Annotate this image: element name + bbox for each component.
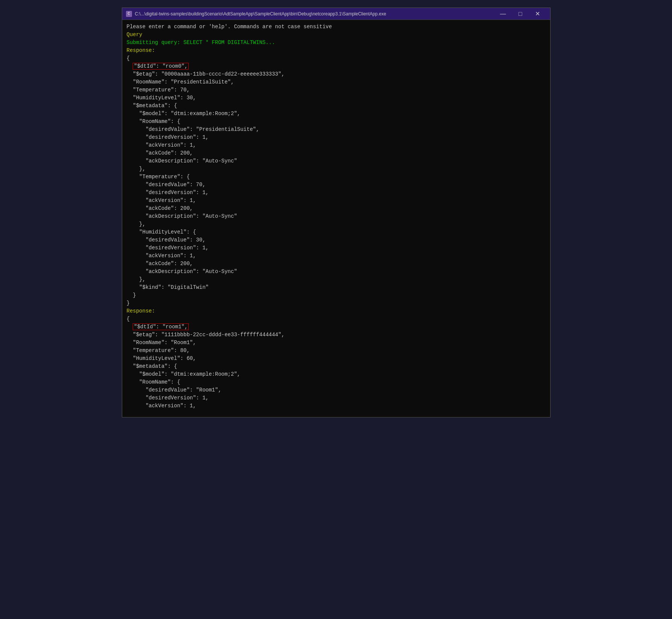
room0-close-humidity: }, [127,276,546,284]
query-label: Query [127,31,546,39]
room0-ack-version-1: "ackVersion": 1, [127,141,546,149]
app-icon: C [126,11,132,17]
room0-ack-desc-1: "ackDescription": "Auto-Sync" [127,157,546,165]
room1-ack-version-1: "ackVersion": 1, [127,402,546,410]
room0-desired-value-1: "desiredValue": "PresidentialSuite", [127,126,546,134]
room0-ack-code-1: "ackCode": 200, [127,149,546,157]
room1-roomname: "RoomName": "Room1", [127,339,546,347]
response-label-1: Response: [127,47,546,55]
room1-temperature: "Temperature": 80, [127,347,546,355]
response-label-2: Response: [127,307,546,315]
intro-line: Please enter a command or 'help'. Comman… [127,23,546,31]
room0-humidity-open: "HumidityLevel": { [127,228,546,236]
console-window: C C:\...\digital-twins-samples\buildingS… [122,8,551,417]
room0-desired-version-2: "desiredVersion": 1, [127,189,546,197]
room0-ack-desc-3: "ackDescription": "Auto-Sync" [127,268,546,276]
room0-humidity: "HumidityLevel": 30, [127,94,546,102]
maximize-button[interactable]: □ [512,8,529,20]
room0-dtid: "$dtId": "room0", [127,62,546,70]
room0-metadata-open: "$metadata": { [127,102,546,110]
room1-metadata-open: "$metadata": { [127,363,546,370]
room0-desired-version-3: "desiredVersion": 1, [127,244,546,252]
room0-ack-version-2: "ackVersion": 1, [127,197,546,205]
room1-desired-value-1: "desiredValue": "Room1", [127,386,546,394]
window-title: C:\...\digital-twins-samples\buildingSce… [135,11,386,17]
room0-close-temperature: }, [127,220,546,228]
room0-etag: "$etag": "0000aaaa-11bb-cccc-dd22-eeeeee… [127,70,546,78]
room0-desired-value-2: "desiredValue": 70, [127,181,546,189]
room0-model: "$model": "dtmi:example:Room;2", [127,110,546,118]
room0-roomname: "RoomName": "PresidentialSuite", [127,78,546,86]
room1-roomname-open: "RoomName": { [127,378,546,386]
room1-model: "$model": "dtmi:example:Room;2", [127,370,546,378]
room1-etag: "$etag": "1111bbbb-22cc-dddd-ee33-ffffff… [127,331,546,339]
close-button[interactable]: ✕ [529,8,546,20]
room1-dtid: "$dtId": "room1", [127,323,546,331]
window-controls: — □ ✕ [495,8,546,20]
room0-temperature: "Temperature": 70, [127,86,546,94]
open-brace-1: { [127,55,546,62]
room1-desired-version-1: "desiredVersion": 1, [127,394,546,402]
room0-ack-desc-2: "ackDescription": "Auto-Sync" [127,212,546,220]
room0-ack-code-2: "ackCode": 200, [127,205,546,212]
room0-desired-version-1: "desiredVersion": 1, [127,134,546,141]
room0-kind: "$kind": "DigitalTwin" [127,284,546,291]
room0-dtid-highlighted: "$dtId": "room0", [133,63,189,70]
title-bar-left: C C:\...\digital-twins-samples\buildingS… [126,11,386,17]
room0-close-roomname: }, [127,165,546,173]
console-body: Please enter a command or 'help'. Comman… [122,20,550,417]
room0-temperature-open: "Temperature": { [127,173,546,181]
room0-close-brace: } [127,299,546,307]
room0-close-metadata: } [127,291,546,299]
room0-roomname-open: "RoomName": { [127,118,546,126]
room0-ack-version-3: "ackVersion": 1, [127,252,546,260]
room0-ack-code-3: "ackCode": 200, [127,260,546,268]
open-brace-2: { [127,315,546,323]
submitting-line: Submitting query: SELECT * FROM DIGITALT… [127,39,546,47]
minimize-button[interactable]: — [495,8,512,20]
room1-dtid-highlighted: "$dtId": "room1", [133,323,189,330]
room0-desired-value-3: "desiredValue": 30, [127,236,546,244]
room1-humidity: "HumidityLevel": 60, [127,355,546,363]
title-bar: C C:\...\digital-twins-samples\buildingS… [122,8,550,20]
